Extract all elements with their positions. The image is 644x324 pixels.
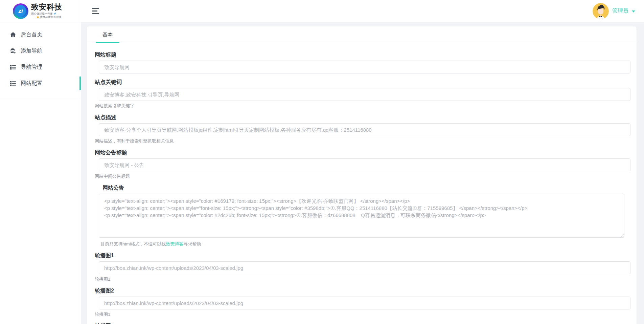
database-add-icon [10,48,16,54]
notice-content-help: 目前只支持html格式，不懂可以找致安博客寻求帮助 [100,241,630,247]
user-menu[interactable]: 管理员 [593,3,635,19]
sidebar-item-nav-manage[interactable]: 导航管理 [0,59,81,75]
field-banner-1: 轮播图1 轮播图1 [99,252,630,282]
site-title-label: 网站标题 [95,51,630,58]
banner-1-help: 轮播图1 [95,277,630,282]
brand-tagline-1: 用心做好每一件事 [31,12,62,16]
field-site-keywords: 站点关键词 网站搜索引擎关键字 [99,79,630,109]
app-root: zi 致安科技 用心做好每一件事 优秀品质创造价值 [0,0,644,324]
site-keywords-help: 网站搜索引擎关键字 [95,103,630,109]
banner-3-label: 轮播图3 [95,323,630,324]
banner-1-input[interactable] [99,261,630,274]
brand-tagline-2: 优秀品质创造价值 [31,16,62,19]
brand-logo-icon: zi [13,3,28,19]
notice-title-label: 网站公告标题 [95,149,630,156]
brand-monogram: zi [15,5,27,17]
notice-title-help: 网站中间公告标题 [95,174,630,179]
zhian-blog-link[interactable]: 致安博客 [166,241,184,246]
sidebar-item-label: 导航管理 [21,64,42,71]
field-site-description: 站点描述 网站描述，有利于搜索引擎抓取相关信息 [99,114,630,144]
tab-bar: 基本 [87,26,637,43]
main-area: 基本 网站标题 站点关键词 网站搜索引擎关键字 [81,22,644,324]
site-description-input[interactable] [99,123,630,136]
notice-title-input[interactable] [99,158,630,171]
avatar [593,3,609,19]
tab-basic[interactable]: 基本 [96,26,119,43]
home-icon [10,32,16,38]
brand-logo: zi 致安科技 用心做好每一件事 优秀品质创造价值 [0,0,81,22]
chevron-down-icon [632,10,635,13]
brand-name: 致安科技 [31,3,62,11]
banner-1-label: 轮播图1 [95,252,630,259]
site-keywords-input[interactable] [99,88,630,101]
site-description-label: 站点描述 [95,114,630,121]
site-keywords-label: 站点关键词 [95,79,630,85]
banner-2-input[interactable] [99,297,630,309]
paper-plane-icon [53,13,56,15]
sidebar-item-label: 后台首页 [21,31,42,38]
site-title-input[interactable] [99,61,630,73]
sidebar-item-add-nav[interactable]: 添加导航 [0,43,81,59]
settings-form: 网站标题 站点关键词 网站搜索引擎关键字 站点描述 网站描述，有利于搜索引擎抓取… [87,43,637,324]
menu-toggle-button[interactable] [91,6,100,16]
field-notice-title: 网站公告标题 网站中间公告标题 [99,149,630,179]
field-banner-3: 轮播图3 [99,323,630,324]
field-site-title: 网站标题 [99,51,630,73]
user-name: 管理员 [612,7,628,15]
sidebar-item-label: 网站配置 [21,80,42,87]
sidebar-menu: 后台首页 添加导航 [0,22,81,99]
topbar: 管理员 [81,0,644,22]
banner-2-help: 轮播图1 [95,312,630,317]
banner-2-label: 轮播图2 [95,287,630,294]
star-icon [37,16,39,19]
list-icon [10,81,16,86]
sidebar-item-site-config[interactable]: 网站配置 [0,75,81,91]
content-column: 管理员 基本 网站标题 站点关键词 [81,0,644,324]
field-notice-content: 网站公告 <p style="text-align: center;"><spa… [99,185,630,247]
list-icon [10,64,16,70]
field-banner-2: 轮播图2 轮播图1 [99,287,630,317]
notice-content-label: 网站公告 [102,185,630,191]
notice-content-textarea[interactable]: <p style="text-align: center;"><span sty… [99,194,624,238]
site-description-help: 网站描述，有利于搜索引擎抓取相关信息 [95,138,630,144]
sidebar: zi 致安科技 用心做好每一件事 优秀品质创造价值 [0,0,81,324]
sidebar-item-label: 添加导航 [21,47,42,55]
settings-card: 基本 网站标题 站点关键词 网站搜索引擎关键字 [87,26,637,324]
sidebar-item-dashboard[interactable]: 后台首页 [0,26,81,43]
